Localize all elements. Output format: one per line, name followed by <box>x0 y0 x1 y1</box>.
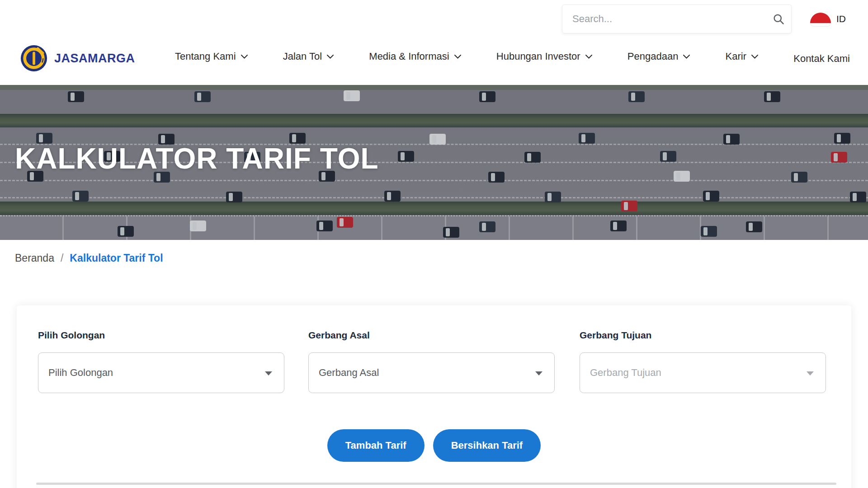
gerbang-tujuan-label: Gerbang Tujuan <box>580 330 826 341</box>
nav-item-pengadaan[interactable]: Pengadaan <box>627 51 690 62</box>
language-switcher[interactable]: ID <box>810 10 846 28</box>
search-icon <box>772 13 785 25</box>
search-box[interactable] <box>562 5 792 33</box>
golongan-label: Pilih Golongan <box>38 330 284 341</box>
breadcrumb-home-link[interactable]: Beranda <box>15 252 54 264</box>
nav-item-karir[interactable]: Karir <box>726 51 758 62</box>
gerbang-asal-select[interactable]: Gerbang Asal <box>308 352 555 393</box>
main-nav: Tentang Kami Jalan Tol Media & Informasi… <box>175 42 850 71</box>
nav-item-hubungan-investor[interactable]: Hubungan Investor <box>496 51 592 62</box>
gerbang-asal-label: Gerbang Asal <box>308 330 555 341</box>
chevron-down-icon <box>683 55 690 59</box>
caret-down-icon <box>535 371 542 375</box>
caret-down-icon <box>807 371 814 375</box>
chevron-down-icon <box>751 55 758 59</box>
chevron-down-icon <box>241 55 248 59</box>
brand-name: JASAMARGA <box>54 52 135 66</box>
caret-down-icon <box>265 371 272 375</box>
nav-item-kontak-kami[interactable]: Kontak Kami <box>793 53 850 65</box>
language-code: ID <box>836 14 846 24</box>
tambah-tarif-button[interactable]: Tambah Tarif <box>327 429 425 462</box>
button-row: Tambah Tarif Bersihkan Tarif <box>17 429 851 462</box>
jasamarga-emblem-icon <box>20 44 48 72</box>
brand-logo[interactable]: JASAMARGA <box>20 44 135 72</box>
nav-item-jalan-tol[interactable]: Jalan Tol <box>283 51 334 62</box>
gerbang-tujuan-select[interactable]: Gerbang Tujuan <box>580 352 826 393</box>
nav-item-tentang-kami[interactable]: Tentang Kami <box>175 51 248 62</box>
breadcrumb: Beranda / Kalkulator Tarif Tol <box>15 252 163 264</box>
nav-item-media-informasi[interactable]: Media & Informasi <box>369 51 461 62</box>
indonesia-flag-icon <box>810 10 831 28</box>
search-input[interactable] <box>572 13 772 25</box>
chevron-down-icon <box>454 55 461 59</box>
breadcrumb-separator: / <box>61 252 63 264</box>
golongan-select[interactable]: Pilih Golongan <box>38 352 284 393</box>
page-title: KALKULATOR TARIF TOL <box>15 142 379 175</box>
field-golongan: Pilih Golongan Pilih Golongan <box>38 330 284 393</box>
jasamarga-tariff-calculator-page: ID JASAMARGA Tentang Kami Jalan Tol <box>0 0 868 488</box>
breadcrumb-current: Kalkulator Tarif Tol <box>70 252 163 264</box>
section-divider <box>36 483 836 485</box>
search-button[interactable] <box>772 13 785 25</box>
field-gerbang-asal: Gerbang Asal Gerbang Asal <box>308 330 555 393</box>
chevron-down-icon <box>585 55 592 59</box>
chevron-down-icon <box>327 55 334 59</box>
hero-banner: KALKULATOR TARIF TOL <box>0 85 868 240</box>
field-gerbang-tujuan: Gerbang Tujuan Gerbang Tujuan <box>580 330 826 393</box>
tariff-calculator-card: Pilih Golongan Pilih Golongan Gerbang As… <box>17 305 851 488</box>
bersihkan-tarif-button[interactable]: Bersihkan Tarif <box>433 429 541 462</box>
header: ID JASAMARGA Tentang Kami Jalan Tol <box>0 0 868 85</box>
